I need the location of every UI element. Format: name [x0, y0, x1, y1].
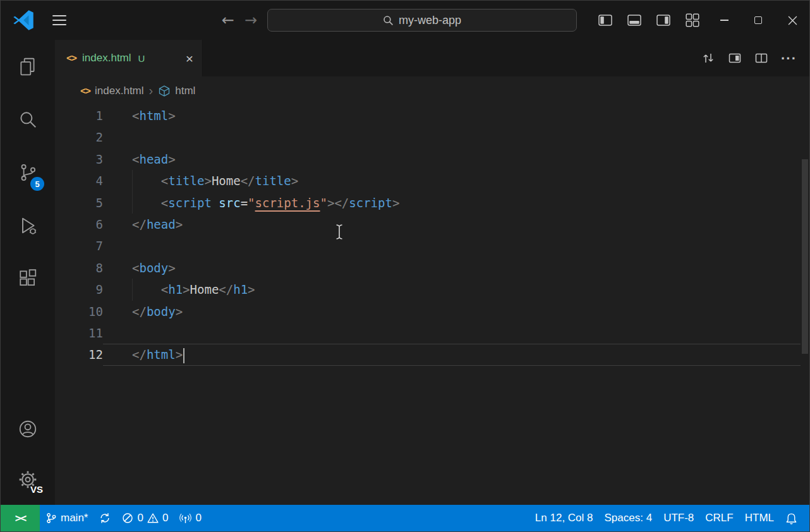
code-line[interactable]: 1<html> — [55, 105, 801, 126]
status-bar: >< main* — [1, 505, 809, 531]
editor-lines: 1<html>23<head>4 <title>Home</title>5 <s… — [55, 105, 801, 505]
code-line[interactable]: 4 <title>Home</title> — [55, 170, 801, 191]
html-file-icon: <> — [66, 52, 76, 64]
indentation-item[interactable]: Spaces: 4 — [599, 505, 658, 531]
git-branch-icon — [45, 512, 57, 524]
problems-item[interactable]: 0 0 — [116, 505, 174, 531]
maximize-button[interactable] — [741, 1, 775, 40]
code-line[interactable]: 9 <h1>Home</h1> — [55, 279, 801, 300]
code-line[interactable]: 8<body> — [55, 257, 801, 279]
sync-icon — [99, 512, 111, 524]
more-actions-icon: ··· — [781, 55, 797, 62]
sidebar-item-source-control[interactable]: 5 — [1, 146, 55, 199]
warning-count: 0 — [162, 512, 168, 524]
accounts-button[interactable] — [1, 404, 55, 454]
sync-changes-item[interactable] — [94, 505, 116, 531]
workspace-name: my-web-app — [399, 14, 461, 27]
command-center-search[interactable]: my-web-app — [267, 9, 577, 32]
open-preview-button[interactable] — [724, 47, 746, 69]
language-mode-item[interactable]: HTML — [739, 505, 780, 531]
code-line[interactable]: 5 <script src="script.js"></script> — [55, 192, 801, 214]
tab-label: index.html — [82, 52, 131, 64]
bell-icon — [785, 512, 797, 524]
open-preview-icon — [728, 51, 742, 65]
customize-layout-button[interactable] — [678, 13, 707, 27]
toggle-panel-button[interactable] — [620, 14, 649, 27]
sidebar-item-run-debug[interactable] — [1, 199, 55, 252]
line-number: 6 — [55, 214, 103, 235]
line-number: 4 — [55, 170, 103, 191]
code-line[interactable]: 3<head> — [55, 148, 801, 170]
compare-changes-icon — [701, 51, 715, 65]
code-text: <h1>Home</h1> — [103, 279, 801, 300]
eol-item[interactable]: CRLF — [699, 505, 739, 531]
more-actions-button[interactable]: ··· — [777, 51, 801, 66]
vscode-window: ← → my-web-app — [0, 0, 810, 532]
explorer-files-icon — [18, 56, 38, 76]
warning-icon — [147, 512, 159, 524]
code-text — [103, 322, 801, 344]
code-text — [103, 235, 801, 257]
breadcrumb-file[interactable]: <> index.html — [80, 85, 144, 97]
breadcrumb-file-label: index.html — [95, 85, 143, 97]
code-text: <title>Home</title> — [103, 170, 801, 191]
code-text: <html> — [103, 105, 801, 126]
toggle-secondary-sidebar-button[interactable] — [649, 14, 678, 27]
close-icon — [788, 16, 797, 25]
ports-item[interactable]: 0 — [174, 505, 207, 531]
split-editor-icon — [754, 51, 768, 65]
code-line[interactable]: 2 — [55, 126, 801, 148]
minimize-button[interactable] — [707, 1, 741, 40]
line-number: 5 — [55, 192, 103, 214]
radio-tower-icon — [179, 512, 191, 524]
compare-changes-button[interactable] — [698, 47, 719, 69]
scrollbar-thumb[interactable] — [802, 159, 808, 354]
navigate-forward-button[interactable]: → — [245, 13, 257, 28]
remote-indicator[interactable]: >< — [1, 505, 40, 531]
tab-index-html[interactable]: <> index.html U × — [55, 40, 202, 76]
search-icon — [18, 109, 38, 130]
close-window-button[interactable] — [775, 1, 809, 40]
line-number: 2 — [55, 126, 103, 148]
run-debug-icon — [18, 215, 38, 236]
extensions-icon — [18, 269, 38, 289]
code-text: </head> — [103, 214, 801, 235]
layout-grid-icon — [685, 13, 700, 27]
toggle-sidebar-button[interactable] — [591, 14, 620, 27]
account-icon — [18, 419, 38, 439]
line-number: 7 — [55, 235, 103, 257]
application-menu-icon[interactable] — [52, 15, 66, 25]
tab-bar: <> index.html U × — [55, 40, 809, 76]
manage-settings-button[interactable] — [1, 454, 55, 505]
split-editor-button[interactable] — [751, 47, 772, 69]
code-line[interactable]: 12</html> — [55, 344, 801, 365]
code-line[interactable]: 7 — [55, 235, 801, 257]
navigate-back-button[interactable]: ← — [222, 13, 234, 28]
editor-group: <> index.html U × — [55, 40, 809, 505]
command-center: ← → my-web-app — [89, 9, 591, 32]
breadcrumb-symbol[interactable]: html — [158, 85, 195, 97]
code-text: <script src="script.js"></script> — [103, 192, 801, 214]
title-bar: ← → my-web-app — [1, 1, 809, 40]
sidebar-item-extensions[interactable] — [1, 252, 55, 305]
breadcrumb: <> index.html › html — [55, 76, 809, 105]
sidebar-item-explorer[interactable] — [1, 40, 55, 93]
title-bar-right — [591, 1, 809, 40]
tab-close-icon[interactable]: × — [186, 52, 193, 65]
code-line[interactable]: 6</head> — [55, 214, 801, 235]
code-line[interactable]: 11 — [55, 322, 801, 344]
status-bar-left: >< main* — [1, 505, 207, 531]
cursor-position-item[interactable]: Ln 12, Col 8 — [529, 505, 599, 531]
git-branch-item[interactable]: main* — [40, 505, 94, 531]
encoding-item[interactable]: UTF-8 — [658, 505, 699, 531]
sidebar-item-search[interactable] — [1, 93, 55, 146]
code-editor[interactable]: 1<html>23<head>4 <title>Home</title>5 <s… — [55, 105, 809, 505]
notifications-item[interactable] — [780, 505, 803, 531]
panel-right-icon — [656, 14, 671, 27]
eol: CRLF — [705, 512, 733, 524]
indentation: Spaces: 4 — [605, 512, 653, 524]
editor-scrollbar[interactable] — [801, 105, 809, 505]
vscode-logo-icon — [12, 9, 35, 32]
code-line[interactable]: 10</body> — [55, 301, 801, 322]
maximize-icon — [754, 16, 762, 24]
